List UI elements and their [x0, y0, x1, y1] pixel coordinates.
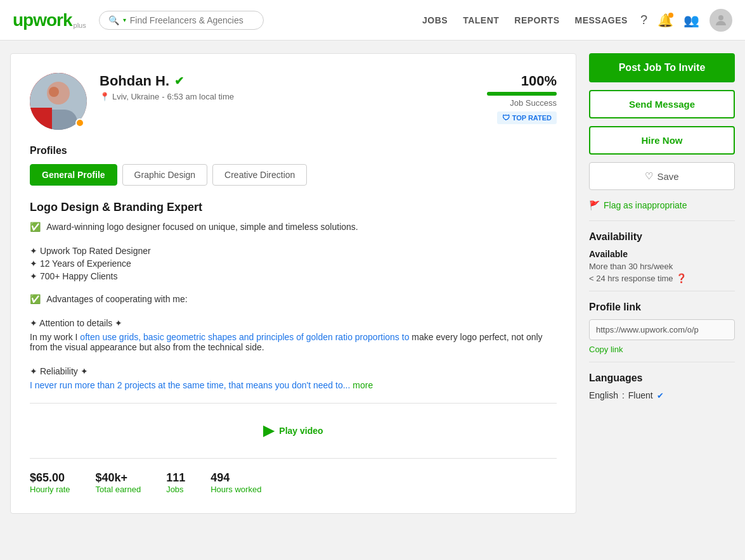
location-icon: 📍 — [100, 92, 110, 101]
bio-reliability: ✦ Reliability ✦ — [30, 366, 557, 376]
profile-location: 📍 Lviv, Ukraine - 6:53 am local time — [100, 92, 474, 101]
paragraph1-pre: In my work I — [30, 332, 77, 342]
stat-jobs-value: 111 — [166, 471, 185, 485]
post-job-button[interactable]: Post Job To Invite — [589, 53, 735, 82]
bio-more[interactable]: more — [353, 380, 373, 390]
location-text: Lviv, Ukraine — [112, 92, 159, 101]
hire-now-button[interactable]: Hire Now — [589, 126, 735, 155]
online-status-dot — [75, 118, 84, 127]
search-dropdown-icon[interactable]: ▾ — [123, 16, 126, 23]
stat-hourly: $65.00 Hourly rate — [30, 471, 70, 494]
notification-icon[interactable]: 🔔 — [658, 13, 673, 28]
stat-earned: $40k+ Total earned — [96, 471, 141, 494]
sidebar: Post Job To Invite Send Message Hire Now… — [589, 53, 735, 514]
page: Bohdan H. ✔ 📍 Lviv, Ukraine - 6:53 am lo… — [0, 41, 745, 526]
language-name: English — [589, 390, 618, 400]
bio-paragraph2: I never run more than 2 projects at the … — [30, 380, 557, 390]
stat-jobs: 111 Jobs — [166, 471, 185, 494]
bio-attention: ✦ Attention to details ✦ — [30, 318, 557, 328]
nav-icons: ? 🔔 👥 — [640, 9, 732, 32]
nav-messages[interactable]: MESSAGES — [575, 15, 628, 25]
stat-hourly-value: $65.00 — [30, 471, 70, 485]
paragraph1-link: often use grids, basic geometric shapes … — [80, 332, 409, 342]
bio-bullet2: ✦ 12 Years of Experience — [30, 258, 557, 269]
bio-line2: ✅ Advantages of cooperating with me: — [30, 294, 557, 304]
save-label: Save — [657, 171, 678, 182]
stat-jobs-label: Jobs — [166, 485, 185, 494]
success-pct: 100% — [487, 73, 557, 89]
tab-general-profile[interactable]: General Profile — [30, 164, 117, 186]
avail-hours: More than 30 hrs/week — [589, 262, 735, 271]
profile-link-input[interactable] — [589, 319, 735, 340]
nav-jobs[interactable]: JOBS — [422, 15, 448, 25]
avail-response: < 24 hrs response time ❓ — [589, 273, 735, 283]
divider-video — [30, 403, 557, 404]
help-icon[interactable]: ? — [640, 13, 647, 27]
stat-hourly-label: Hourly rate — [30, 485, 70, 494]
copy-link-button[interactable]: Copy link — [589, 345, 623, 354]
check-icon-2: ✅ — [30, 294, 41, 304]
check-icon-1: ✅ — [30, 222, 41, 232]
separator: - — [162, 92, 164, 101]
tab-creative-direction[interactable]: Creative Direction — [212, 164, 307, 186]
availability-section: Availability Available More than 30 hrs/… — [589, 220, 735, 283]
avail-response-text: < 24 hrs response time — [589, 274, 673, 283]
language-verified-icon: ✔ — [657, 391, 664, 400]
nav-reports[interactable]: REPORTS — [514, 15, 559, 25]
heart-icon: ♡ — [645, 170, 653, 182]
profile-stats: 100% Job Success 🛡 TOP RATED — [487, 73, 557, 124]
search-icon: 🔍 — [108, 15, 119, 25]
divider-stats — [30, 458, 557, 459]
flag-label: Flag as inappropriate — [604, 200, 687, 210]
language-separator: : — [622, 390, 625, 400]
bio-line1-text: Award-winning logo designer focused on u… — [46, 222, 358, 232]
search-bar[interactable]: 🔍 ▾ — [99, 11, 264, 30]
search-input[interactable] — [130, 15, 254, 25]
flag-link[interactable]: 🚩 Flag as inappropriate — [589, 198, 735, 213]
logo[interactable]: upwork plus — [13, 10, 86, 30]
stat-hours: 494 Hours worked — [211, 471, 261, 494]
help-circle-icon[interactable]: ❓ — [676, 273, 687, 283]
profile-link-section: Profile link Copy link — [589, 291, 735, 354]
local-time: 6:53 am local time — [167, 92, 235, 101]
play-icon: ▶ — [263, 423, 274, 439]
success-bar-fill — [487, 92, 557, 96]
bio-paragraph1: In my work I often use grids, basic geom… — [30, 332, 557, 352]
profile-info: Bohdan H. ✔ 📍 Lviv, Ukraine - 6:53 am lo… — [100, 73, 474, 101]
tab-graphic-design[interactable]: Graphic Design — [122, 164, 208, 186]
navbar: upwork plus 🔍 ▾ JOBS TALENT REPORTS MESS… — [0, 0, 745, 41]
stats-row: $65.00 Hourly rate $40k+ Total earned 11… — [30, 471, 557, 494]
team-icon[interactable]: 👥 — [683, 13, 699, 28]
stat-earned-value: $40k+ — [96, 471, 141, 485]
language-row: English : Fluent ✔ — [589, 390, 735, 400]
name-text: Bohdan H. — [100, 73, 169, 89]
profiles-label: Profiles — [30, 145, 557, 156]
svg-point-0 — [718, 15, 723, 20]
availability-title: Availability — [589, 220, 735, 243]
top-rated-badge: 🛡 TOP RATED — [497, 111, 557, 124]
avatar-wrap — [30, 73, 87, 130]
profile-tabs: General Profile Graphic Design Creative … — [30, 164, 557, 186]
top-rated-text: TOP RATED — [512, 114, 552, 122]
profile-name: Bohdan H. ✔ — [100, 73, 474, 89]
language-level: Fluent — [628, 390, 653, 400]
send-message-button[interactable]: Send Message — [589, 90, 735, 118]
play-video-label: Play video — [279, 426, 323, 436]
flag-icon: 🚩 — [589, 200, 600, 210]
play-video-row[interactable]: ▶ Play video — [30, 416, 557, 445]
user-avatar[interactable] — [709, 9, 732, 32]
bio-title: Logo Design & Branding Expert — [30, 201, 557, 214]
svg-point-4 — [49, 87, 59, 97]
paragraph2-pre: I never run more than 2 projects at the … — [30, 380, 350, 390]
logo-text: upwork — [13, 10, 72, 30]
stat-hours-value: 494 — [211, 471, 261, 485]
job-success-label: Job Success — [487, 98, 557, 108]
main-card: Bohdan H. ✔ 📍 Lviv, Ukraine - 6:53 am lo… — [10, 53, 576, 514]
languages-section: Languages English : Fluent ✔ — [589, 362, 735, 400]
profile-header: Bohdan H. ✔ 📍 Lviv, Ukraine - 6:53 am lo… — [30, 73, 557, 130]
verified-icon: ✔ — [174, 74, 184, 88]
shield-icon: 🛡 — [502, 113, 510, 122]
save-button[interactable]: ♡ Save — [589, 162, 735, 190]
nav-talent[interactable]: TALENT — [463, 15, 499, 25]
logo-plus: plus — [74, 22, 86, 29]
